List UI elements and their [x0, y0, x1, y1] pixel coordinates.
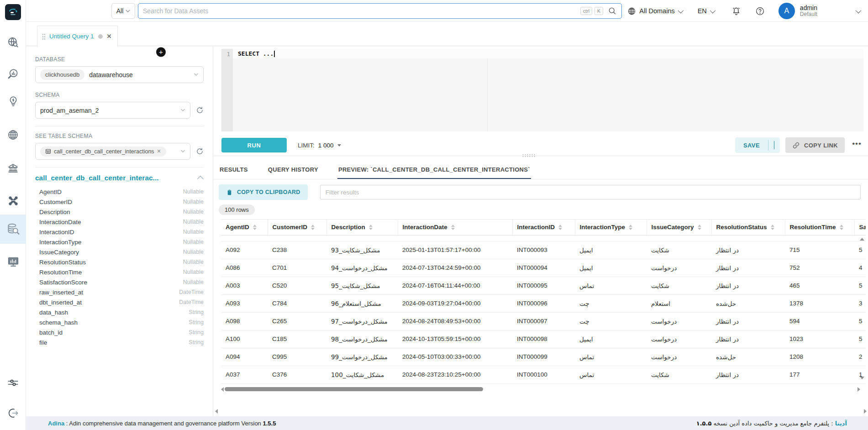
refresh-schema-icon[interactable]: [196, 106, 204, 114]
app-logo[interactable]: [5, 4, 21, 20]
more-options-button[interactable]: •••: [850, 139, 863, 151]
scroll-up-icon[interactable]: [860, 238, 864, 241]
field-row-ResolutionStatus[interactable]: ResolutionStatusNullable: [35, 257, 204, 267]
limit-dropdown[interactable]: LIMIT: 1 000: [298, 142, 341, 149]
sort-icon[interactable]: [558, 225, 562, 230]
language-select[interactable]: EN: [698, 7, 714, 15]
field-row-SatisfactionScore[interactable]: SatisfactionScoreNullable: [35, 277, 204, 287]
column-header-CustomerID[interactable]: CustomerID: [268, 220, 326, 235]
column-header-InteractionType[interactable]: InteractionType: [575, 220, 647, 235]
notifications-bell-icon[interactable]: [731, 6, 741, 16]
field-row-schema_hash[interactable]: schema_hashString: [35, 317, 204, 327]
table-cell: درخواست: [647, 330, 711, 348]
field-name: batch_id: [39, 329, 63, 336]
sidebar-item-data-explorer[interactable]: [0, 215, 26, 244]
column-header-inner: ResolutionTime: [790, 224, 850, 231]
field-row-raw_inserted_at[interactable]: raw_inserted_atDateTime: [35, 287, 204, 297]
pane-scroll-left-icon[interactable]: [215, 409, 218, 414]
table-schema-heading[interactable]: call_center_db_call_center_interac...: [35, 174, 159, 182]
field-row-InteractionID[interactable]: InteractionIDNullable: [35, 227, 204, 237]
footer-description-fa: : پلتفرم جامع مدیریت و حاکمیت داده آدین …: [714, 420, 833, 427]
column-header-Description[interactable]: Description: [326, 220, 398, 235]
help-icon[interactable]: [755, 6, 765, 16]
domains-select[interactable]: All Domains: [627, 7, 682, 16]
sidebar-item-discovery[interactable]: [0, 27, 26, 57]
column-header-InteractionDate[interactable]: InteractionDate: [398, 220, 512, 235]
pane-scroll-right-icon[interactable]: [864, 409, 867, 414]
field-row-data_hash[interactable]: data_hashString: [35, 307, 204, 317]
table-cell: C784: [268, 294, 326, 312]
sort-icon[interactable]: [771, 225, 774, 230]
user-chevron-down-icon[interactable]: [856, 7, 862, 13]
tab-preview-table[interactable]: PREVIEW: `CALL_CENTER_DB_CALL_CENTER_INT…: [337, 161, 531, 179]
sort-icon[interactable]: [253, 225, 257, 230]
scroll-right-icon[interactable]: [857, 387, 860, 392]
field-row-batch_id[interactable]: batch_idString: [35, 327, 204, 337]
copy-link-button[interactable]: COPY LINK: [785, 137, 845, 153]
sidebar-item-insights[interactable]: [0, 87, 26, 116]
field-type: DateTime: [179, 299, 204, 305]
run-button[interactable]: RUN: [221, 138, 287, 152]
sidebar-item-governance[interactable]: [0, 153, 26, 183]
horizontal-scroll-thumb[interactable]: [225, 387, 483, 391]
resize-drag-handle[interactable]: [522, 154, 536, 158]
field-row-IssueCategory[interactable]: IssueCategoryNullable: [35, 247, 204, 257]
field-name: InteractionID: [39, 229, 74, 236]
sidebar-item-dashboard[interactable]: [0, 247, 26, 276]
tab-close-icon[interactable]: ✕: [107, 33, 112, 40]
table-cell: 1378: [785, 294, 854, 312]
sort-icon[interactable]: [451, 225, 455, 230]
field-row-AgentID[interactable]: AgentIDNullable: [35, 187, 204, 197]
field-row-CustomerID[interactable]: CustomerIDNullable: [35, 197, 204, 207]
sort-asc-icon: [369, 225, 373, 227]
column-header-AgentID[interactable]: AgentID: [221, 220, 268, 235]
copy-to-clipboard-button[interactable]: COPY TO CLIPBOARD: [219, 184, 308, 200]
database-select[interactable]: clickhousedb datawarehouse: [35, 66, 204, 83]
sidebar-item-web[interactable]: [0, 120, 26, 149]
sort-icon[interactable]: [840, 225, 843, 230]
sql-editor[interactable]: 1 SELECT ...: [221, 49, 863, 131]
field-row-InteractionType[interactable]: InteractionTypeNullable: [35, 237, 204, 247]
field-row-file[interactable]: fileString: [35, 337, 204, 347]
field-row-dbt_inserted_at[interactable]: dbt_inserted_atDateTime: [35, 297, 204, 307]
editor-active-line[interactable]: SELECT ...: [233, 49, 863, 58]
user-menu[interactable]: A admin Default: [779, 3, 817, 19]
search-input[interactable]: [143, 7, 578, 15]
sort-icon[interactable]: [311, 225, 315, 230]
sidebar-item-profiling[interactable]: [0, 59, 26, 89]
sidebar-item-lineage[interactable]: [0, 186, 26, 215]
sort-icon[interactable]: [698, 225, 701, 230]
refresh-table-icon[interactable]: [196, 147, 204, 155]
column-header-SatisfactionScore[interactable]: SatisfactionScore: [854, 220, 866, 235]
field-row-InteractionDate[interactable]: InteractionDateNullable: [35, 217, 204, 227]
column-header-ResolutionTime[interactable]: ResolutionTime: [785, 220, 854, 235]
scroll-down-icon[interactable]: [860, 377, 864, 379]
column-header-InteractionID[interactable]: InteractionID: [512, 220, 575, 235]
remove-table-icon[interactable]: ✕: [157, 148, 161, 154]
tab-drag-handle-icon[interactable]: [42, 33, 45, 40]
sort-icon[interactable]: [369, 225, 373, 230]
field-row-Description[interactable]: DescriptionNullable: [35, 207, 204, 217]
column-header-ResolutionStatus[interactable]: ResolutionStatus: [711, 220, 785, 235]
schema-select[interactable]: prod_am_aseman_2: [35, 102, 190, 119]
table-horizontal-scrollbar[interactable]: [221, 386, 860, 392]
sidebar-item-logout[interactable]: [0, 399, 26, 428]
table-select[interactable]: call_center_db_call_center_interactions …: [35, 143, 190, 160]
save-button[interactable]: SAVE: [735, 142, 768, 149]
field-type: Nullable: [183, 239, 204, 245]
tab-untitled-query-1[interactable]: Untitled Query 1 ✕: [37, 26, 118, 47]
scroll-left-icon[interactable]: [221, 387, 224, 392]
search-scope-select[interactable]: All: [111, 3, 135, 19]
field-row-ResolutionTime[interactable]: ResolutionTimeNullable: [35, 267, 204, 277]
save-menu-button[interactable]: [768, 141, 780, 149]
tab-results[interactable]: RESULTS: [219, 161, 249, 179]
tab-query-history[interactable]: QUERY HISTORY: [267, 161, 319, 179]
add-tab-button[interactable]: +: [156, 47, 166, 57]
sidebar-item-settings[interactable]: [0, 368, 26, 397]
table-cell: INT000098: [512, 330, 575, 348]
collapse-chevron-up-icon[interactable]: [197, 176, 204, 182]
filter-results-input[interactable]: [320, 185, 861, 199]
search-icon[interactable]: [608, 6, 617, 16]
column-header-IssueCategory[interactable]: IssueCategory: [647, 220, 711, 235]
sort-icon[interactable]: [629, 225, 632, 230]
